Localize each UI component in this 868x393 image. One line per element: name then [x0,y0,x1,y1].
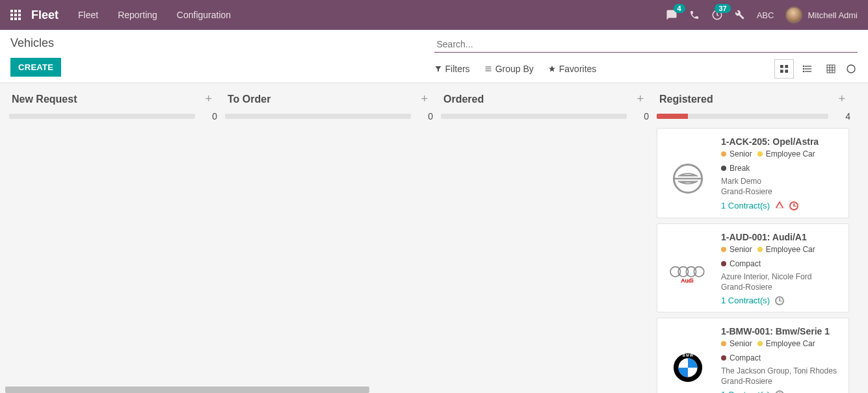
column-add-icon[interactable]: + [634,92,646,106]
nav-configuration[interactable]: Configuration [177,10,231,20]
kanban-column-new-request: New Request + 0 [5,90,221,393]
card-title: 1-ACK-205: Opel/Astra [721,136,841,147]
svg-rect-4 [780,65,783,68]
svg-rect-14 [827,65,835,73]
messages-icon[interactable]: 4 [666,9,677,21]
activities-badge: 37 [715,4,730,13]
card-title: 1-AUD-001: Audi/A1 [721,232,841,242]
column-add-icon[interactable]: + [418,92,430,106]
app-brand[interactable]: Fleet [31,8,59,22]
view-kanban-button[interactable] [774,59,794,79]
kanban-column-to-order: To Order + 0 [221,90,437,393]
company-switcher[interactable]: ABC [757,10,774,20]
kanban-board: New Request + 0 To Order + 0 Ordered + 0 [0,83,868,393]
tag: Compact [721,259,761,268]
column-progress-bar [657,114,828,119]
card-tags: Senior Employee Car Compact [721,245,841,268]
view-pivot-button[interactable] [821,59,841,79]
column-progress-bar [9,114,195,119]
user-avatar [785,6,802,23]
card-location: Grand-Rosiere [721,377,841,386]
column-progress-bar [225,114,411,119]
clock-icon [789,201,798,210]
clock-icon [775,296,784,305]
tools-icon[interactable] [735,10,745,20]
svg-rect-21 [780,204,780,206]
contracts-link[interactable]: 1 Contract(s) [721,201,770,210]
groupby-button[interactable]: Group By [484,64,534,74]
svg-text:Audi: Audi [681,277,694,283]
column-count: 4 [837,111,850,121]
svg-rect-7 [785,70,788,73]
warning-icon [775,200,784,211]
column-count: 0 [204,111,217,121]
tag: Compact [721,353,761,362]
kanban-column-ordered: Ordered + 0 [437,90,653,393]
messages-badge: 4 [674,4,685,13]
control-panel: Vehicles CREATE Filters Group By Favorit… [0,30,868,83]
svg-point-24 [678,266,688,276]
svg-point-25 [686,266,696,276]
card-driver: The Jackson Group, Toni Rhodes [721,366,841,375]
column-cards: 1-ACK-205: Opel/Astra Senior Employee Ca… [657,128,850,393]
svg-point-13 [803,71,804,71]
svg-point-19 [847,65,855,73]
create-button[interactable]: CREATE [10,58,61,77]
user-name: Mitchell Admi [808,10,858,20]
nav-fleet[interactable]: Fleet [78,10,98,20]
view-graph-button[interactable] [845,59,858,79]
favorites-button[interactable]: Favorites [548,64,597,74]
view-list-button[interactable] [798,59,817,79]
brand-logo-bmw: B M W [665,335,711,393]
svg-point-26 [694,266,704,276]
kanban-column-registered: Registered + 4 1-ACK-205: Opel/Astra Sen… [653,90,854,393]
card-location: Grand-Rosiere [721,283,841,292]
apps-icon[interactable] [10,10,21,20]
tag: Senior [721,245,752,254]
tag: Senior [721,149,752,158]
column-progress-bar [441,114,627,119]
clock-icon [775,390,784,394]
user-menu[interactable]: Mitchell Admi [785,6,858,23]
column-title[interactable]: To Order [228,94,418,105]
svg-rect-6 [780,70,783,73]
svg-point-23 [670,266,680,276]
column-count: 0 [420,111,433,121]
top-nav: Fleet Fleet Reporting Configuration 4 37… [0,0,868,30]
column-add-icon[interactable]: + [835,92,848,106]
vehicle-card[interactable]: Audi 1-AUD-001: Audi/A1 Senior Employee … [657,223,849,312]
tag: Employee Car [757,339,815,348]
card-driver: Mark Demo [721,177,841,186]
search-input[interactable] [434,36,858,53]
filters-button[interactable]: Filters [434,64,470,74]
svg-text:B M W: B M W [683,353,693,357]
card-location: Grand-Rosiere [721,187,841,196]
column-title[interactable]: Registered [659,94,835,105]
view-switcher [774,59,858,79]
activities-icon[interactable]: 37 [711,9,723,21]
column-title[interactable]: New Request [12,94,202,105]
column-add-icon[interactable]: + [202,92,215,106]
svg-rect-22 [780,206,780,207]
nav-reporting[interactable]: Reporting [118,10,157,20]
tag: Employee Car [757,245,815,254]
brand-logo-opel [665,146,711,211]
brand-logo-audi: Audi [665,241,711,305]
contracts-link[interactable]: 1 Contract(s) [721,296,770,305]
tag: Employee Car [757,149,815,158]
vehicle-card[interactable]: 1-ACK-205: Opel/Astra Senior Employee Ca… [657,128,849,218]
page-title: Vehicles [10,36,434,50]
horizontal-scrollbar[interactable] [5,387,369,393]
card-title: 1-BMW-001: Bmw/Serie 1 [721,326,841,336]
contracts-link[interactable]: 1 Contract(s) [721,390,770,393]
tag: Senior [721,339,752,348]
tag: Break [721,164,750,173]
card-tags: Senior Employee Car Break [721,149,841,173]
vehicle-card[interactable]: B M W 1-BMW-001: Bmw/Serie 1 Senior Empl… [657,318,849,393]
column-title[interactable]: Ordered [443,94,634,105]
phone-icon[interactable] [689,10,700,20]
svg-point-11 [803,66,804,66]
svg-rect-5 [785,65,788,68]
card-tags: Senior Employee Car Compact [721,339,841,362]
svg-point-12 [803,68,804,69]
